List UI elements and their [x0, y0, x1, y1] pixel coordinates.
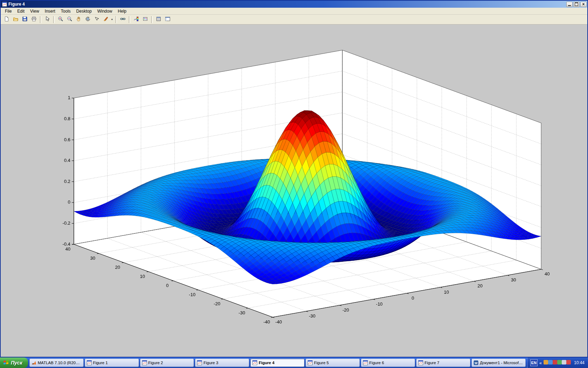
save-figure-icon	[22, 16, 28, 23]
brush-dropdown-button[interactable]: ▼	[110, 15, 114, 23]
zoom-in-icon	[58, 16, 63, 23]
figure-icon	[87, 360, 92, 365]
zoom-in-button[interactable]	[56, 15, 65, 23]
menu-tools[interactable]: Tools	[58, 8, 74, 14]
print-figure-icon	[31, 16, 37, 23]
language-indicator[interactable]: EN	[530, 359, 538, 366]
task-label: MATLAB 7.10.0 (R2010a)	[38, 361, 82, 365]
menu-file[interactable]: File	[2, 8, 14, 14]
maximize-icon	[575, 2, 578, 6]
svg-text:W: W	[475, 361, 478, 365]
taskbar-tasks: MATLAB 7.10.0 (R2010a)Figure 1Figure 2Fi…	[28, 357, 527, 368]
taskbar-task-9[interactable]: WДокумент1 - Microsoft ...	[471, 359, 526, 367]
show-plot-tools-button[interactable]	[163, 15, 172, 23]
menu-help[interactable]: Help	[115, 8, 130, 14]
taskbar-task-1[interactable]: MATLAB 7.10.0 (R2010a)	[29, 359, 84, 367]
task-label: Figure 4	[259, 361, 274, 365]
toolbar-separator	[40, 16, 41, 23]
maximize-button[interactable]	[573, 2, 580, 7]
brush-button[interactable]	[102, 15, 110, 23]
tray-icon-2[interactable]	[548, 360, 553, 364]
data-cursor-button[interactable]	[93, 15, 101, 23]
menu-desktop[interactable]: Desktop	[74, 8, 94, 14]
hide-plot-tools-icon	[156, 16, 161, 23]
window-title: Figure 4	[8, 2, 566, 7]
toolbar: ▼	[1, 15, 587, 25]
insert-colorbar-button[interactable]	[132, 15, 140, 23]
task-label: Figure 7	[425, 361, 439, 365]
print-figure-button[interactable]	[30, 15, 38, 23]
insert-legend-button[interactable]	[141, 15, 149, 23]
taskbar-task-3[interactable]: Figure 2	[140, 359, 194, 367]
taskbar-task-7[interactable]: Figure 6	[361, 359, 415, 367]
task-label: Figure 3	[203, 361, 218, 365]
tray-icon-6[interactable]	[566, 360, 571, 364]
desktop: Figure 4 × FileEditViewInsertToolsDeskto…	[0, 0, 588, 368]
taskbar-task-5[interactable]: Figure 4	[250, 359, 304, 367]
figure-icon	[142, 360, 147, 365]
figure-icon	[308, 360, 313, 365]
menu-edit[interactable]: Edit	[14, 8, 27, 14]
toolbar-separator	[151, 16, 153, 23]
link-plot-button[interactable]	[119, 15, 127, 23]
save-figure-button[interactable]	[21, 15, 29, 23]
link-plot-icon	[120, 16, 126, 23]
toolbar-separator	[129, 16, 130, 23]
tray-icon-5[interactable]	[562, 360, 566, 364]
new-figure-button[interactable]	[2, 15, 11, 23]
figure-client-area	[1, 25, 587, 357]
surface-plot-canvas[interactable]	[1, 25, 587, 357]
open-file-icon	[13, 16, 19, 23]
menu-insert[interactable]: Insert	[42, 8, 58, 14]
task-label: Figure 2	[148, 361, 163, 365]
task-label: Figure 5	[314, 361, 329, 365]
word-icon: W	[474, 360, 478, 365]
tray-expand-chevron[interactable]: «	[539, 360, 542, 366]
windows-flag-icon	[3, 359, 9, 366]
tray-icon-3[interactable]	[553, 360, 557, 364]
task-label: Figure 6	[369, 361, 384, 365]
tray-icon-4[interactable]	[557, 360, 562, 364]
rotate-3d-button[interactable]	[84, 15, 92, 23]
brush-icon	[103, 16, 109, 23]
show-plot-tools-icon	[165, 16, 170, 23]
toolbar-separator	[53, 16, 55, 23]
system-tray: EN « 10:44	[527, 357, 588, 368]
tray-icon-1[interactable]	[544, 360, 548, 364]
minimize-button[interactable]	[566, 2, 573, 7]
figure-window: Figure 4 × FileEditViewInsertToolsDeskto…	[0, 0, 588, 357]
taskbar-task-6[interactable]: Figure 5	[306, 359, 360, 367]
figure-icon	[197, 360, 202, 365]
taskbar-task-2[interactable]: Figure 1	[85, 359, 139, 367]
start-button[interactable]: Пуск	[0, 357, 28, 368]
menu-window[interactable]: Window	[94, 8, 115, 14]
figure-icon	[418, 360, 423, 365]
title-bar[interactable]: Figure 4 ×	[1, 1, 587, 8]
edit-plot-button[interactable]	[43, 15, 51, 23]
figure-icon	[252, 360, 257, 365]
menu-view[interactable]: View	[27, 8, 42, 14]
tray-icons	[544, 360, 571, 366]
minimize-icon	[568, 5, 571, 6]
taskbar: Пуск MATLAB 7.10.0 (R2010a)Figure 1Figur…	[0, 357, 588, 368]
start-button-label: Пуск	[11, 360, 22, 366]
rotate-3d-icon	[85, 16, 91, 23]
task-label: Документ1 - Microsoft ...	[480, 361, 524, 365]
insert-colorbar-icon	[133, 16, 139, 23]
pan-button[interactable]	[75, 15, 83, 23]
taskbar-task-4[interactable]: Figure 3	[195, 359, 249, 367]
close-button[interactable]: ×	[580, 2, 587, 7]
matlab-icon	[31, 360, 36, 365]
new-figure-icon	[4, 16, 9, 23]
toolbar-separator	[115, 16, 117, 23]
pan-icon	[76, 16, 82, 23]
zoom-out-icon	[67, 16, 72, 23]
taskbar-task-8[interactable]: Figure 7	[416, 359, 470, 367]
edit-plot-icon	[44, 16, 50, 23]
figure-window-icon	[2, 2, 7, 7]
hide-plot-tools-button[interactable]	[154, 15, 163, 23]
zoom-out-button[interactable]	[65, 15, 74, 23]
taskbar-clock: 10:44	[574, 360, 584, 365]
open-file-button[interactable]	[12, 15, 20, 23]
task-label: Figure 1	[93, 361, 108, 365]
